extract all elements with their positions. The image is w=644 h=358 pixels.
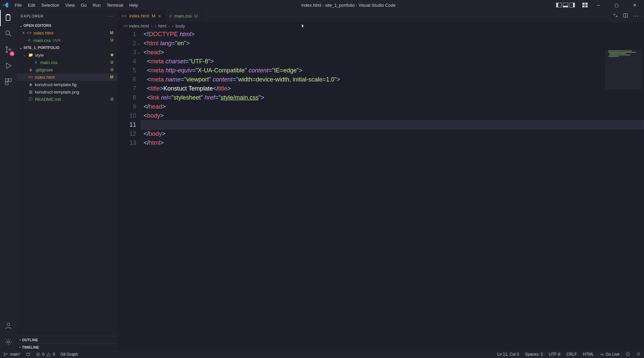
status-bell-icon[interactable] xyxy=(636,352,641,357)
split-editor-icon[interactable] xyxy=(623,13,628,19)
menu-help[interactable]: Help xyxy=(126,1,141,9)
line-number[interactable]: 12 xyxy=(117,129,136,138)
code-line[interactable]: <meta charset="UTF-8"> xyxy=(141,57,644,66)
status-spaces[interactable]: Spaces: 2 xyxy=(525,352,543,357)
toggle-primary-sidebar-icon[interactable] xyxy=(556,3,561,7)
line-number[interactable]: 8 xyxy=(117,93,136,102)
activity-explorer[interactable] xyxy=(0,10,17,26)
breadcrumb[interactable]: <>index.html›⬦html›⬦body xyxy=(117,22,644,30)
editor-tab[interactable]: #main.cssU xyxy=(165,10,202,22)
line-number[interactable]: 10 xyxy=(117,111,136,120)
code-line[interactable]: <meta http-equiv="X-UA-Compatible" conte… xyxy=(141,66,644,75)
line-number[interactable]: 6 xyxy=(117,75,136,84)
code-line[interactable] xyxy=(141,120,644,129)
status-sync[interactable] xyxy=(26,352,31,357)
line-number[interactable]: ⌄3 xyxy=(117,48,136,57)
activity-run-debug[interactable] xyxy=(0,58,17,74)
open-editor-item[interactable]: ×<>index.htmlM xyxy=(17,29,117,37)
compare-icon[interactable] xyxy=(613,13,618,19)
status-branch[interactable]: main* xyxy=(3,352,20,357)
more-actions-icon[interactable]: ··· xyxy=(633,13,639,19)
code-line[interactable]: <html lang="en"> xyxy=(141,39,644,48)
layout-grid-icon[interactable] xyxy=(582,3,588,7)
menu-go[interactable]: Go xyxy=(78,1,89,9)
code-line[interactable]: <!DOCTYPE html> xyxy=(141,30,644,39)
tag-icon: ⬦ xyxy=(172,24,174,28)
open-editors-header[interactable]: ⌄ OPEN EDITORS xyxy=(17,22,117,29)
breadcrumb-item[interactable]: ⬦body xyxy=(172,23,185,28)
file-tree-item[interactable]: ◆konstruct-template.fig xyxy=(17,81,117,88)
breadcrumb-item[interactable]: <>index.html xyxy=(123,23,149,28)
status-language[interactable]: HTML xyxy=(583,352,594,357)
code-line[interactable]: <link rel="stylesheet" href="style/main.… xyxy=(141,93,644,102)
line-number[interactable]: 1 xyxy=(117,30,136,39)
timeline-header[interactable]: › TIMELINE xyxy=(17,343,117,351)
line-number[interactable]: 9 xyxy=(117,102,136,111)
code-line[interactable]: <body> xyxy=(141,111,644,120)
project-header[interactable]: ⌄ SITE_1_PORTFOLIO xyxy=(17,44,117,51)
file-tree-item[interactable]: ⓘREADME.mdU xyxy=(17,96,117,103)
activity-extensions[interactable] xyxy=(0,74,17,91)
line-number[interactable]: 13 xyxy=(117,138,136,147)
line-number[interactable]: 11 xyxy=(117,120,136,129)
line-number[interactable]: 4 xyxy=(117,57,136,66)
outline-header[interactable]: › OUTLINE xyxy=(17,336,117,343)
css-icon: # xyxy=(26,38,32,43)
status-golive[interactable]: Go Live xyxy=(600,352,620,357)
git-badge: U xyxy=(110,67,113,72)
menu-view[interactable]: View xyxy=(63,1,77,9)
img-icon: ▦ xyxy=(28,90,34,94)
close-button[interactable]: ✕ xyxy=(627,0,642,10)
close-icon[interactable]: × xyxy=(21,30,26,36)
tab-label: index.html xyxy=(129,13,149,18)
status-problems[interactable]: 0 0 xyxy=(36,352,55,357)
menu-terminal[interactable]: Terminal xyxy=(104,1,126,9)
tab-git-badge: U xyxy=(195,13,198,18)
status-feedback-icon[interactable] xyxy=(626,352,630,357)
toggle-secondary-sidebar-icon[interactable] xyxy=(570,3,575,7)
menu-run[interactable]: Run xyxy=(90,1,103,9)
editor-tab[interactable]: <>index.htmlM× xyxy=(117,10,165,22)
status-eol[interactable]: CRLF xyxy=(567,352,577,357)
breadcrumb-item[interactable]: ⬦html xyxy=(154,23,166,28)
breadcrumb-separator: › xyxy=(151,23,152,28)
fold-icon[interactable]: ⌄ xyxy=(136,48,140,57)
menu-file[interactable]: File xyxy=(12,1,24,9)
code-line[interactable]: </head> xyxy=(141,102,644,111)
file-tree-item[interactable]: ▦konstruct-template.png xyxy=(17,88,117,96)
code-line[interactable]: </body> xyxy=(141,129,644,138)
close-icon[interactable]: × xyxy=(158,13,161,19)
minimap[interactable] xyxy=(605,49,642,100)
toggle-panel-icon[interactable] xyxy=(563,3,568,7)
line-number[interactable]: ⌄2 xyxy=(117,39,136,48)
code-editor[interactable]: 1⌄2⌄345678910111213 <!DOCTYPE html><html… xyxy=(117,30,644,351)
tag-icon: ⬦ xyxy=(154,24,157,28)
line-number[interactable]: 7 xyxy=(117,84,136,93)
menu-edit[interactable]: Edit xyxy=(25,1,38,9)
status-encoding[interactable]: UTF-8 xyxy=(549,352,560,357)
code-line[interactable]: <title>Konstuct Template</title> xyxy=(141,84,644,93)
svg-rect-6 xyxy=(5,82,8,85)
activity-source-control[interactable]: 4 xyxy=(0,42,17,58)
activity-accounts[interactable] xyxy=(0,318,17,335)
code-line[interactable]: <meta name="viewport" content="width=dev… xyxy=(141,75,644,84)
open-editor-item[interactable]: #main.cssstyleU xyxy=(17,37,117,44)
more-icon[interactable]: ··· xyxy=(108,14,113,18)
code-line[interactable]: <head> xyxy=(141,48,644,57)
activity-settings[interactable] xyxy=(0,335,17,351)
file-tree-item[interactable]: ⌄📁style xyxy=(17,51,117,59)
file-tree-item[interactable]: <>index.htmlM xyxy=(17,73,117,81)
minimize-button[interactable]: ─ xyxy=(591,0,606,10)
files-icon xyxy=(4,13,12,23)
fold-icon[interactable]: ⌄ xyxy=(136,39,140,48)
file-tree-item[interactable]: ◈.gitignoreU xyxy=(17,66,117,73)
activity-search[interactable] xyxy=(0,26,17,42)
code-line[interactable]: </html> xyxy=(141,138,644,147)
status-git-graph[interactable]: Git Graph xyxy=(60,352,78,357)
maximize-button[interactable]: ▢ xyxy=(609,0,624,10)
menu-selection[interactable]: Selection xyxy=(39,1,62,9)
status-position[interactable]: Ln 11, Col 3 xyxy=(497,352,519,357)
errors-count: 0 xyxy=(42,352,45,357)
line-number[interactable]: 5 xyxy=(117,66,136,75)
file-tree-item[interactable]: #main.cssU xyxy=(17,59,117,66)
